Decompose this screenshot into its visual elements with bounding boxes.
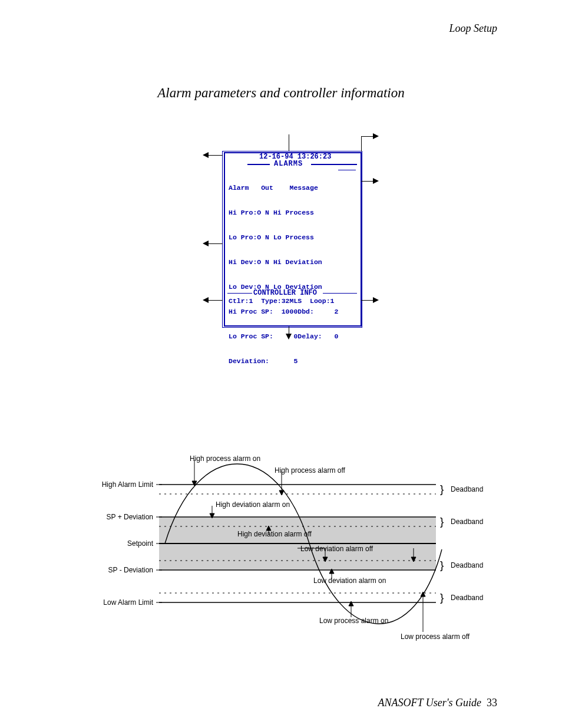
alarm-table: Alarm Out Message Hi Pro:O N Hi Process … bbox=[229, 167, 338, 382]
alarm-columns: Alarm Out Message bbox=[229, 184, 338, 192]
arrow-right-icon bbox=[373, 178, 379, 184]
nav-stem bbox=[361, 181, 373, 182]
footer-page-number: 33 bbox=[487, 697, 497, 709]
alarm-row: Hi Pro:O N Hi Process bbox=[229, 209, 338, 217]
deadband-label: Deadband bbox=[451, 486, 483, 493]
brace-icon: } bbox=[440, 483, 444, 495]
controller-row: Ctlr:1 Type:32MLS Loop:1 bbox=[229, 297, 334, 305]
controller-rule-right bbox=[323, 293, 357, 294]
ann-hi-proc-on: High process alarm on bbox=[190, 455, 260, 462]
message-leader-line bbox=[338, 170, 356, 170]
alarm-row: Hi Dev:O N Hi Deviation bbox=[229, 258, 338, 266]
brace-icon: } bbox=[440, 559, 444, 571]
ann-lo-dev-off: Low deviation alarm off bbox=[300, 545, 373, 552]
arrow-left-icon bbox=[203, 241, 209, 246]
svg-marker-26 bbox=[349, 601, 353, 606]
controller-section-title: CONTROLLER INFO bbox=[253, 289, 317, 297]
footer-guide-name: ANASOFT User's Guide bbox=[378, 697, 481, 709]
arrow-left-icon bbox=[203, 152, 209, 158]
level-label-setpoint: Setpoint bbox=[88, 540, 153, 547]
ann-lo-dev-on: Low deviation alarm on bbox=[313, 577, 386, 584]
deadband-diagram: High Alarm Limit SP + Deviation Setpoint… bbox=[88, 455, 501, 644]
alarm-row: Deviation: 5 bbox=[229, 357, 338, 365]
page-footer: ANASOFT User's Guide 33 bbox=[378, 697, 497, 709]
ann-lo-proc-on: Low process alarm on bbox=[319, 617, 388, 624]
nav-stem bbox=[361, 136, 362, 151]
alarms-rule-left bbox=[247, 164, 270, 165]
arrow-down-icon bbox=[286, 334, 292, 340]
ann-hi-dev-on: High deviation alarm on bbox=[216, 501, 290, 508]
svg-marker-11 bbox=[192, 481, 197, 486]
level-label-sp-plus-dev: SP + Deviation bbox=[88, 513, 153, 521]
deadband-label: Deadband bbox=[451, 518, 483, 525]
brace-icon: } bbox=[440, 592, 444, 603]
arrow-right-icon bbox=[373, 297, 379, 303]
arrow-right-icon bbox=[373, 133, 379, 139]
alarm-row: Lo Pro:O N Lo Process bbox=[229, 233, 338, 242]
alarms-rule-right bbox=[311, 164, 357, 165]
nav-stem bbox=[361, 300, 373, 301]
ann-lo-proc-off: Low process alarm off bbox=[401, 633, 470, 640]
nav-stem bbox=[289, 134, 289, 151]
level-label-low-alarm: Low Alarm Limit bbox=[88, 599, 153, 606]
svg-marker-13 bbox=[279, 490, 284, 495]
ann-hi-proc-off: High process alarm off bbox=[275, 467, 345, 474]
nav-stem bbox=[361, 136, 373, 137]
level-label-sp-minus-dev: SP - Deviation bbox=[88, 566, 153, 574]
nav-stem bbox=[209, 243, 223, 244]
controller-rule-left bbox=[227, 293, 252, 294]
alarm-terminal-figure: 12-16-94 13:26:23 ALARMS Alarm Out Messa… bbox=[206, 134, 377, 335]
deadband-label: Deadband bbox=[451, 594, 483, 601]
alarm-row: Lo Proc SP: 0Delay: 0 bbox=[229, 332, 338, 341]
brace-icon: } bbox=[440, 516, 444, 527]
page-header-section: Loop Setup bbox=[449, 22, 497, 35]
nav-stem bbox=[209, 155, 223, 156]
nav-stem bbox=[209, 300, 223, 301]
ann-hi-dev-off: High deviation alarm off bbox=[237, 531, 312, 538]
level-label-high-alarm: High Alarm Limit bbox=[88, 481, 153, 488]
alarms-section-title: ALARMS bbox=[274, 160, 303, 167]
arrow-left-icon bbox=[203, 297, 209, 303]
figure-title: Alarm parameters and controller informat… bbox=[0, 85, 562, 101]
deadband-label: Deadband bbox=[451, 562, 483, 569]
alarm-row: Hi Proc SP: 1000Dbd: 2 bbox=[229, 308, 338, 316]
